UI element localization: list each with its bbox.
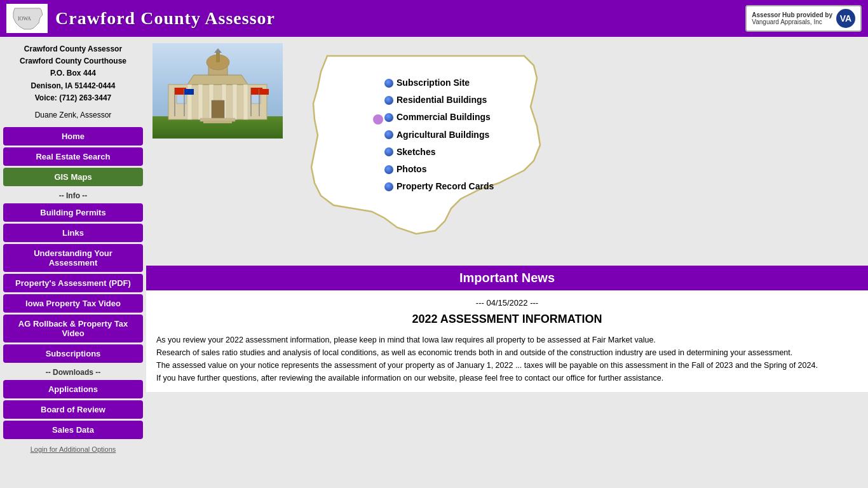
news-paragraph: Research of sales ratio studies and anal… [156,346,858,359]
news-header: Important News [146,266,868,290]
main-content: Subscription SiteResidential BuildingsCo… [146,37,868,459]
map-link-label: Sketches [397,144,435,160]
download-buttons: ApplicationsBoard of ReviewSales Data [3,380,143,439]
news-body: As you review your 2022 assessment infor… [156,334,858,384]
svg-rect-22 [184,89,194,95]
sidebar-item-home[interactable]: Home [3,127,143,146]
sidebar-item-applications[interactable]: Applications [3,380,143,398]
map-links-list: Subscription SiteResidential BuildingsCo… [384,75,494,196]
assessor-name: Duane Zenk, Assessor [3,111,143,119]
sidebar-item-board-of-review[interactable]: Board of Review [3,400,143,419]
login-link[interactable]: Login for Additional Options [3,445,143,453]
sidebar-item-building-permits[interactable]: Building Permits [3,203,143,222]
site-header: IOWA Crawford County Assessor Assessor H… [0,0,868,37]
news-date: --- 04/15/2022 --- [156,298,858,308]
badge-line1: Assessor Hub provided by [752,11,832,18]
news-paragraph: If you have further questions, after rev… [156,372,858,384]
vanguard-badge: Assessor Hub provided by Vanguard Apprai… [745,5,862,32]
downloads-section-label: -- Downloads -- [3,368,143,377]
map-link-item[interactable]: Agricultural Buildings [384,127,494,143]
svg-rect-26 [259,89,269,95]
map-link-item[interactable]: Commercial Buildings [384,109,494,125]
map-bullet-icon [384,165,393,174]
iowa-state-logo: IOWA [6,4,48,33]
svg-rect-16 [212,100,224,119]
sidebar-item-links[interactable]: Links [3,224,143,242]
info-section-label: -- Info -- [3,191,143,200]
map-link-label: Property Record Cards [397,179,494,194]
sidebar-item-iowa-property-tax-video[interactable]: Iowa Property Tax Video [3,294,143,313]
contact-line1: Crawford County Assessor [3,43,143,55]
map-bullet-icon [384,147,393,156]
map-bullet-icon [384,113,393,122]
svg-marker-5 [187,75,248,85]
news-paragraph: The assessed value on your notice repres… [156,359,858,372]
map-link-item[interactable]: Sketches [384,144,494,160]
map-bullet-icon [384,130,393,139]
sidebar-item-sales-data[interactable]: Sales Data [3,421,143,439]
sidebar-item-subscriptions[interactable]: Subscriptions [3,344,143,363]
map-bullet-icon [384,96,393,105]
map-link-item[interactable]: Property Record Cards [384,179,494,194]
map-link-item[interactable]: Residential Buildings [384,92,494,108]
map-link-label: Commercial Buildings [397,109,491,125]
sidebar-item-propertys-assessment[interactable]: Property's Assessment (PDF) [3,274,143,292]
contact-line5: Voice: (712) 263-3447 [3,92,143,104]
courthouse-image [153,43,283,139]
map-link-item[interactable]: Subscription Site [384,75,494,91]
badge-line2: Vanguard Appraisals, Inc [752,18,832,25]
contact-line3: P.O. Box 444 [3,67,143,79]
svg-text:IOWA: IOWA [18,16,31,22]
sidebar-item-understanding-assessment[interactable]: Understanding Your Assessment [3,244,143,272]
svg-rect-15 [243,85,248,119]
map-bullet-icon [384,79,393,88]
contact-info: Crawford County Assessor Crawford County… [3,43,143,104]
svg-rect-8 [216,53,220,62]
map-link-item[interactable]: Photos [384,161,494,177]
contact-line2: Crawford County Courthouse [3,55,143,67]
site-title: Crawford County Assessor [55,8,738,29]
svg-rect-11 [198,85,203,119]
info-buttons: Building PermitsLinksUnderstanding Your … [3,203,143,363]
svg-rect-14 [233,85,237,119]
map-link-label: Residential Buildings [397,92,487,108]
news-paragraph: As you review your 2022 assessment infor… [156,334,858,346]
map-bullet-icon [384,182,393,191]
svg-point-29 [373,114,383,125]
contact-line4: Denison, IA 51442-0444 [3,80,143,92]
top-section: Subscription SiteResidential BuildingsCo… [146,37,868,266]
map-link-label: Subscription Site [397,75,470,91]
nav-buttons: HomeReal Estate SearchGIS Maps [3,127,143,186]
sidebar-item-ag-rollback[interactable]: AG Rollback & Property Tax Video [3,315,143,342]
map-link-label: Agricultural Buildings [397,127,489,143]
iowa-map-section: Subscription SiteResidential BuildingsCo… [283,43,862,259]
sidebar-item-gis-maps[interactable]: GIS Maps [3,168,143,186]
map-link-label: Photos [397,161,426,177]
sidebar: Crawford County Assessor Crawford County… [0,37,146,459]
sidebar-item-real-estate-search[interactable]: Real Estate Search [3,147,143,166]
news-section: Important News --- 04/15/2022 --- 2022 A… [146,266,868,392]
news-content: --- 04/15/2022 --- 2022 ASSESSMENT INFOR… [146,290,868,392]
vanguard-logo-icon: VA [836,9,855,28]
svg-rect-28 [203,121,232,123]
news-title: 2022 ASSESSMENT INFORMATION [156,313,858,326]
